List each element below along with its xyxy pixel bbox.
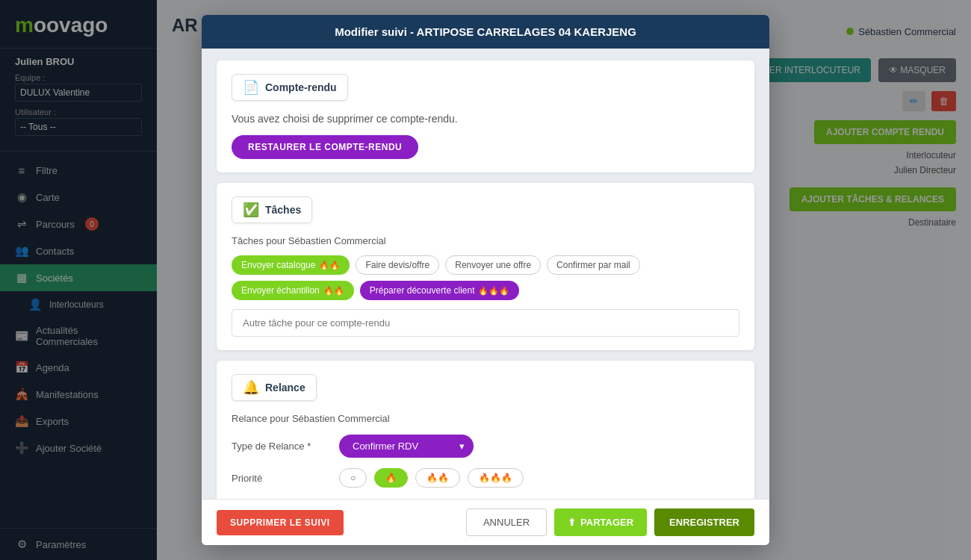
- save-button[interactable]: ENREGISTRER: [654, 508, 754, 536]
- footer-actions: ANNULER ⬆ PARTAGER ENREGISTRER: [466, 508, 754, 536]
- cancel-button[interactable]: ANNULER: [466, 508, 547, 536]
- taches-icon: ✅: [243, 202, 259, 218]
- share-icon: ⬆: [568, 517, 576, 528]
- priorite-options: ○ 🔥 🔥🔥 🔥🔥🔥: [339, 468, 524, 488]
- compte-rendu-icon: 📄: [243, 79, 259, 96]
- type-relance-select-wrapper: Confirmer RDV Rappeler Envoyer doc: [339, 435, 474, 458]
- tag-faire-devis[interactable]: Faire devis/offre: [356, 255, 439, 275]
- taches-subtitle: Tâches pour Sébastien Commercial: [232, 235, 739, 246]
- taches-section: ✅ Tâches Tâches pour Sébastien Commercia…: [217, 183, 754, 350]
- taches-label: Tâches: [265, 204, 301, 216]
- restore-text: Vous avez choisi de supprimer ce compte-…: [232, 113, 739, 125]
- tag-preparer-decouverte[interactable]: Préparer découverte client 🔥🔥🔥: [360, 281, 520, 300]
- modal-footer: SUPPRIMER LE SUIVI ANNULER ⬆ PARTAGER EN…: [202, 499, 769, 545]
- share-label: PARTAGER: [580, 517, 633, 528]
- tag-confirmer-mail[interactable]: Confirmer par mail: [547, 255, 640, 275]
- share-button[interactable]: ⬆ PARTAGER: [554, 508, 647, 536]
- fire-icons-2: 🔥🔥: [323, 286, 344, 296]
- tag-envoyer-echantillon[interactable]: Envoyer échantillon 🔥🔥: [232, 281, 354, 300]
- fire-icons-1: 🔥🔥: [319, 261, 340, 270]
- compte-rendu-label: Compte-rendu: [265, 81, 337, 93]
- prio-high-button[interactable]: 🔥🔥🔥: [468, 468, 524, 488]
- relance-header: 🔔 Relance: [232, 374, 317, 401]
- modal: Modifier suivi - ARTIPOSE CARRELAGES 04 …: [202, 15, 769, 545]
- priorite-label: Priorité: [232, 473, 329, 484]
- delete-suivi-button[interactable]: SUPPRIMER LE SUIVI: [217, 510, 344, 535]
- restore-button[interactable]: RESTAURER LE COMPTE-RENDU: [232, 135, 418, 159]
- compte-rendu-header: 📄 Compte-rendu: [232, 74, 348, 101]
- priorite-row: Priorité ○ 🔥 🔥🔥 🔥🔥🔥: [232, 468, 739, 488]
- type-relance-select[interactable]: Confirmer RDV Rappeler Envoyer doc: [339, 435, 474, 458]
- relance-subtitle: Relance pour Sébastien Commercial: [232, 413, 739, 424]
- prio-low-button[interactable]: 🔥: [374, 468, 408, 488]
- modal-body: 📄 Compte-rendu Vous avez choisi de suppr…: [202, 49, 769, 499]
- fire-icons-3: 🔥🔥🔥: [478, 286, 509, 296]
- tag-envoyer-catalogue[interactable]: Envoyer catalogue 🔥🔥: [232, 255, 350, 275]
- task-input[interactable]: [232, 309, 739, 337]
- relance-label: Relance: [265, 382, 305, 393]
- modal-header: Modifier suivi - ARTIPOSE CARRELAGES 04 …: [202, 15, 769, 49]
- taches-header: ✅ Tâches: [232, 196, 312, 223]
- modal-overlay: Modifier suivi - ARTIPOSE CARRELAGES 04 …: [0, 0, 971, 560]
- tag-renvoyer-offre[interactable]: Renvoyer une offre: [445, 255, 541, 275]
- prio-none-button[interactable]: ○: [339, 468, 367, 488]
- prio-medium-button[interactable]: 🔥🔥: [415, 468, 460, 488]
- relance-icon: 🔔: [243, 379, 259, 396]
- type-relance-label: Type de Relance *: [232, 441, 329, 452]
- modal-title: Modifier suivi - ARTIPOSE CARRELAGES 04 …: [335, 25, 636, 38]
- relance-section: 🔔 Relance Relance pour Sébastien Commerc…: [217, 361, 754, 499]
- compte-rendu-section: 📄 Compte-rendu Vous avez choisi de suppr…: [217, 60, 754, 172]
- taches-tags: Envoyer catalogue 🔥🔥 Faire devis/offre R…: [232, 255, 739, 300]
- type-relance-row: Type de Relance * Confirmer RDV Rappeler…: [232, 435, 739, 458]
